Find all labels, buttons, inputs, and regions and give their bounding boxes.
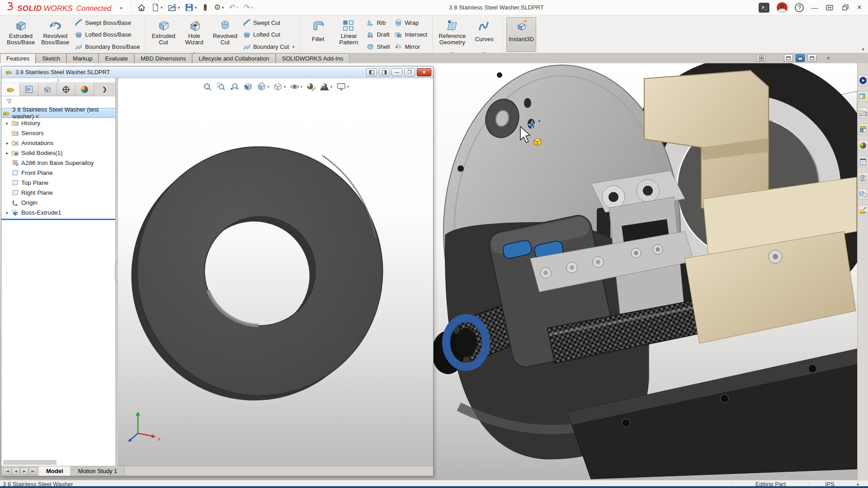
edit-appearance-button[interactable] (305, 81, 317, 93)
tree-item-sensors[interactable]: Sensors (1, 128, 115, 138)
reference-geometry-button[interactable]: ReferenceGeometry ▾ (436, 17, 468, 52)
fm-tab-configuration-manager[interactable] (38, 83, 57, 96)
save-button[interactable]: ▾ (183, 2, 198, 13)
tree-item-history[interactable]: ▸ History (1, 118, 115, 128)
intersect-button[interactable]: Intersect (393, 30, 429, 39)
expander-icon[interactable]: ▸ (5, 210, 9, 215)
wrap-button[interactable]: Wrap (393, 18, 429, 27)
draft-button[interactable]: Draft (365, 30, 391, 39)
rollback-bar[interactable] (1, 219, 115, 220)
tree-item-top-plane[interactable]: Top Plane (1, 178, 115, 188)
view-orientation-button[interactable]: ▾ (255, 81, 270, 93)
motion-study-tab[interactable]: Motion Study 1 (71, 466, 125, 476)
tree-item-right-plane[interactable]: Right Plane (1, 188, 115, 197)
tree-item-origin[interactable]: Origin (1, 197, 115, 207)
view-palette-button[interactable] (858, 156, 868, 167)
shell-button[interactable]: Shell (365, 42, 391, 51)
window-view-button-active[interactable] (796, 54, 805, 62)
document-close-button[interactable]: × (417, 68, 431, 76)
home-button[interactable] (135, 2, 148, 14)
close-button[interactable]: × (857, 3, 862, 12)
tab-features[interactable]: Features (0, 53, 36, 63)
document-restore-button[interactable]: ❐ (404, 68, 415, 76)
washer-model[interactable] (118, 78, 433, 466)
first-tab-button[interactable]: |◀ (3, 468, 11, 475)
rib-button[interactable]: Rib (365, 18, 391, 27)
zoom-to-fit-button[interactable] (201, 81, 213, 93)
document-builder-button[interactable] (858, 205, 868, 216)
user-avatar[interactable] (777, 2, 788, 13)
fm-tabs-overflow-button[interactable]: ❯ (94, 83, 115, 96)
mirror-button[interactable]: Mirror (393, 42, 429, 51)
fm-tab-property-manager[interactable] (20, 83, 38, 96)
next-tab-button[interactable]: ▶ (20, 468, 28, 475)
new-document-button[interactable]: ▾ (149, 2, 165, 13)
hole-wizard-button[interactable]: HoleWizard ▾ (180, 17, 209, 52)
tab-solidworks-addins[interactable]: SOLIDWORKS Add-Ins (276, 53, 350, 63)
model-tab[interactable]: Model (39, 466, 71, 476)
restore-button[interactable] (841, 4, 849, 12)
boundary-boss-base-button[interactable]: Boundary Boss/Base (73, 42, 141, 51)
lofted-boss-base-button[interactable]: Lofted Boss/Base (73, 30, 141, 39)
custom-properties-button[interactable] (858, 173, 868, 183)
close-tab-group-button[interactable]: × (826, 55, 830, 61)
user-forum-button[interactable] (858, 189, 868, 200)
fillet-button[interactable]: Fillet (303, 17, 332, 52)
ribbon-collapse-caret[interactable]: ▴ (862, 46, 864, 52)
expander-icon[interactable]: ▸ (5, 141, 9, 145)
file-explorer-button[interactable] (858, 108, 868, 118)
tab-mbd-dimensions[interactable]: MBD Dimensions (134, 53, 192, 63)
tree-item-boss-extrude1[interactable]: ▸ Boss-Extrude1 (1, 207, 115, 217)
design-library-button[interactable] (858, 124, 868, 135)
tree-horizontal-scrollbar[interactable] (3, 460, 57, 465)
options-button[interactable]: ⚙▾ (212, 3, 226, 13)
scrollbar-thumb[interactable] (4, 461, 56, 464)
revolved-cut-button[interactable]: RevolvedCut (211, 17, 240, 52)
last-tab-button[interactable]: ▶| (29, 468, 37, 475)
3dexperience-compass-button[interactable] (858, 75, 868, 86)
fm-tab-display-manager[interactable] (75, 83, 94, 96)
zoom-to-area-button[interactable] (215, 81, 226, 93)
tree-item-solid-bodies[interactable]: ▸ Solid Bodies(1) (1, 148, 115, 158)
property-manager-grip[interactable] (1, 78, 115, 83)
document-minimize-button[interactable]: — (392, 68, 402, 76)
tree-item-annotations[interactable]: ▸ Annotations (1, 138, 115, 148)
show-left-pane-button[interactable] (366, 68, 377, 76)
minimize-button[interactable]: — (811, 4, 818, 11)
lofted-cut-button[interactable]: Lofted Cut (241, 30, 296, 39)
boundary-cut-button[interactable]: Boundary Cut▾ (241, 42, 296, 51)
part-graphics-viewport[interactable]: ▾ ▾ ▾ ▾ ▾ x (118, 78, 433, 466)
window-view-button-2[interactable] (807, 54, 816, 62)
expander-icon[interactable]: ▸ (5, 121, 9, 126)
instant3d-toggle-button[interactable]: Instant3D (506, 17, 536, 52)
tab-sketch[interactable]: Sketch (36, 53, 66, 63)
background-assembly-viewport[interactable] (432, 63, 857, 480)
tab-evaluate[interactable]: Evaluate (99, 53, 134, 63)
tile-windows-button[interactable] (757, 54, 766, 62)
tab-lifecycle-collaboration[interactable]: Lifecycle and Collaboration (192, 53, 275, 63)
previous-tab-button[interactable]: ◀ (12, 468, 20, 475)
tree-item-material[interactable]: A286 Iron Base Superalloy (1, 158, 115, 168)
boundary-cut-caret-icon[interactable]: ▾ (292, 44, 294, 49)
tree-item-front-plane[interactable]: Front Plane (1, 168, 115, 178)
curves-button[interactable]: Curves ▾ (470, 17, 499, 52)
swept-cut-button[interactable]: Swept Cut (241, 18, 296, 27)
open-button[interactable]: ▾ (166, 2, 182, 14)
lifecycle-status-button[interactable] (200, 2, 211, 13)
status-caret-icon[interactable]: ▴ (857, 481, 859, 486)
tab-markup[interactable]: Markup (66, 53, 99, 63)
solidworks-resources-button[interactable] (858, 91, 868, 102)
expand-button[interactable] (825, 4, 834, 12)
document-window-titlebar[interactable]: 3 8 Stainless Steel Washer.SLDPRT — ❐ × (1, 66, 433, 78)
fm-tab-feature-tree[interactable] (1, 83, 20, 96)
extruded-boss-base-button[interactable]: ExtrudedBoss/Base (5, 17, 37, 52)
command-prompt-button[interactable]: >_ (759, 3, 769, 13)
extruded-cut-button[interactable]: ExtrudedCut (149, 17, 178, 52)
window-view-button-1[interactable] (784, 54, 793, 62)
revolved-boss-base-button[interactable]: RevolvedBoss/Base (39, 17, 71, 52)
menu-expand-arrow[interactable]: ▸ (116, 5, 127, 11)
undo-button[interactable]: ↶▾ (227, 3, 240, 13)
hide-show-items-button[interactable]: ▾ (288, 81, 303, 93)
section-view-button[interactable] (242, 81, 254, 93)
redo-button[interactable]: ↷▾ (242, 3, 255, 13)
